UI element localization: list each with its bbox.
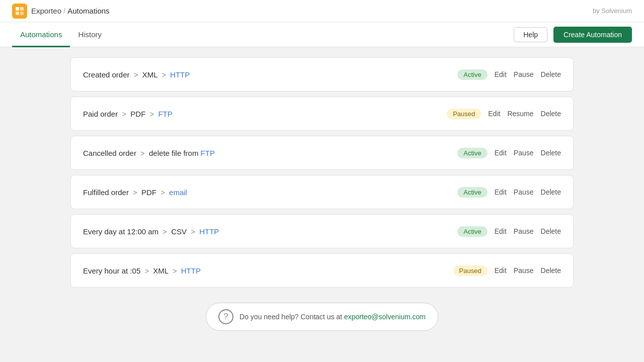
pause-link[interactable]: Pause xyxy=(514,266,534,275)
card-actions: Active Edit Pause Delete xyxy=(457,187,561,198)
edit-link[interactable]: Edit xyxy=(495,70,507,78)
pause-link[interactable]: Pause xyxy=(514,227,534,235)
automation-name: Paid order > PDF > FTP xyxy=(83,110,173,118)
automation-destination: HTTP xyxy=(181,266,201,275)
automation-name: Cancelled order > delete file from FTP xyxy=(83,149,215,157)
help-box: ? Do you need help? Contact us at export… xyxy=(70,303,574,331)
delete-link[interactable]: Delete xyxy=(541,227,561,235)
edit-link[interactable]: Edit xyxy=(488,110,500,118)
resume-link[interactable]: Resume xyxy=(507,110,533,118)
card-actions: Active Edit Pause Delete xyxy=(457,69,561,80)
help-text: Do you need help? Contact us at exporteo… xyxy=(239,313,426,321)
automation-format: XML xyxy=(142,70,157,79)
automation-destination: FTP xyxy=(201,149,215,157)
pause-link[interactable]: Pause xyxy=(514,188,534,196)
main-content: Created order > XML > HTTP Active Edit P… xyxy=(0,47,644,341)
automation-trigger: Paid order xyxy=(83,110,118,118)
card-actions: Active Edit Pause Delete xyxy=(457,148,561,158)
help-email-link[interactable]: exporteo@solvenium.com xyxy=(344,313,426,321)
automation-trigger: Created order xyxy=(83,70,130,79)
brand-prefix: Exporteo xyxy=(31,7,61,15)
brand-appname: Automations xyxy=(67,7,109,15)
automation-format: PDF xyxy=(141,188,156,197)
help-inner: ? Do you need help? Contact us at export… xyxy=(206,303,438,331)
create-automation-button[interactable]: Create Automation xyxy=(553,27,632,43)
automation-card: Every day at 12:00 am > CSV > HTTP Activ… xyxy=(70,214,574,248)
automation-trigger: Every day at 12:00 am xyxy=(83,227,158,236)
delete-link[interactable]: Delete xyxy=(541,149,561,157)
automation-format: PDF xyxy=(130,110,145,118)
pause-link[interactable]: Pause xyxy=(514,149,534,157)
by-solvenium: by Solvenium xyxy=(593,7,632,15)
automation-format: delete file from xyxy=(149,149,201,157)
status-badge: Active xyxy=(457,69,487,80)
automation-name: Every day at 12:00 am > CSV > HTTP xyxy=(83,227,219,236)
nav-tabs: Automations History Help Create Automati… xyxy=(0,22,644,47)
automation-name: Every hour at :05 > XML > HTTP xyxy=(83,266,201,275)
svg-rect-1 xyxy=(20,7,24,11)
status-badge: Active xyxy=(457,226,487,237)
automation-trigger: Fulfilled order xyxy=(83,188,129,197)
tab-history[interactable]: History xyxy=(70,23,110,47)
svg-rect-2 xyxy=(16,12,19,15)
status-badge: Paused xyxy=(447,109,481,119)
nav-right: Help Create Automation xyxy=(514,27,632,43)
automation-format: XML xyxy=(153,266,168,275)
automation-destination: email xyxy=(169,188,187,197)
svg-rect-3 xyxy=(20,12,24,15)
nav-left: Automations History xyxy=(12,22,110,47)
help-text-prefix: Do you need help? Contact us at xyxy=(239,313,344,321)
delete-link[interactable]: Delete xyxy=(541,70,561,78)
delete-link[interactable]: Delete xyxy=(541,110,561,118)
pause-link[interactable]: Pause xyxy=(514,70,534,78)
edit-link[interactable]: Edit xyxy=(495,188,507,196)
automation-card: Created order > XML > HTTP Active Edit P… xyxy=(70,57,574,92)
help-icon: ? xyxy=(218,309,233,324)
automation-destination: FTP xyxy=(158,110,172,118)
brand-text: Exporteo / Automations xyxy=(31,7,110,15)
top-header: Exporteo / Automations by Solvenium xyxy=(0,0,644,22)
tab-automations[interactable]: Automations xyxy=(12,23,70,47)
automation-name: Fulfilled order > PDF > email xyxy=(83,188,187,197)
status-badge: Active xyxy=(457,187,487,198)
card-actions: Paused Edit Resume Delete xyxy=(447,109,561,119)
automation-card: Every hour at :05 > XML > HTTP Paused Ed… xyxy=(70,253,574,288)
card-actions: Paused Edit Pause Delete xyxy=(453,265,561,276)
delete-link[interactable]: Delete xyxy=(541,188,561,196)
automation-card: Paid order > PDF > FTP Paused Edit Resum… xyxy=(70,97,574,131)
automation-trigger: Cancelled order xyxy=(83,149,136,157)
edit-link[interactable]: Edit xyxy=(495,149,507,157)
automation-destination: HTTP xyxy=(199,227,219,236)
automation-name: Created order > XML > HTTP xyxy=(83,70,190,79)
brand: Exporteo / Automations xyxy=(12,4,110,19)
automation-destination: HTTP xyxy=(170,70,190,79)
edit-link[interactable]: Edit xyxy=(495,266,507,275)
edit-link[interactable]: Edit xyxy=(495,227,507,235)
automation-trigger: Every hour at :05 xyxy=(83,266,140,275)
svg-rect-0 xyxy=(16,7,19,11)
automation-format: CSV xyxy=(171,227,187,236)
status-badge: Active xyxy=(457,148,487,158)
delete-link[interactable]: Delete xyxy=(541,266,561,275)
status-badge: Paused xyxy=(453,265,488,276)
brand-logo xyxy=(12,4,27,19)
brand-separator: / xyxy=(63,7,65,15)
automation-card: Fulfilled order > PDF > email Active Edi… xyxy=(70,175,574,209)
automation-card: Cancelled order > delete file from FTP A… xyxy=(70,136,574,170)
help-button[interactable]: Help xyxy=(514,27,547,42)
card-actions: Active Edit Pause Delete xyxy=(457,226,561,237)
